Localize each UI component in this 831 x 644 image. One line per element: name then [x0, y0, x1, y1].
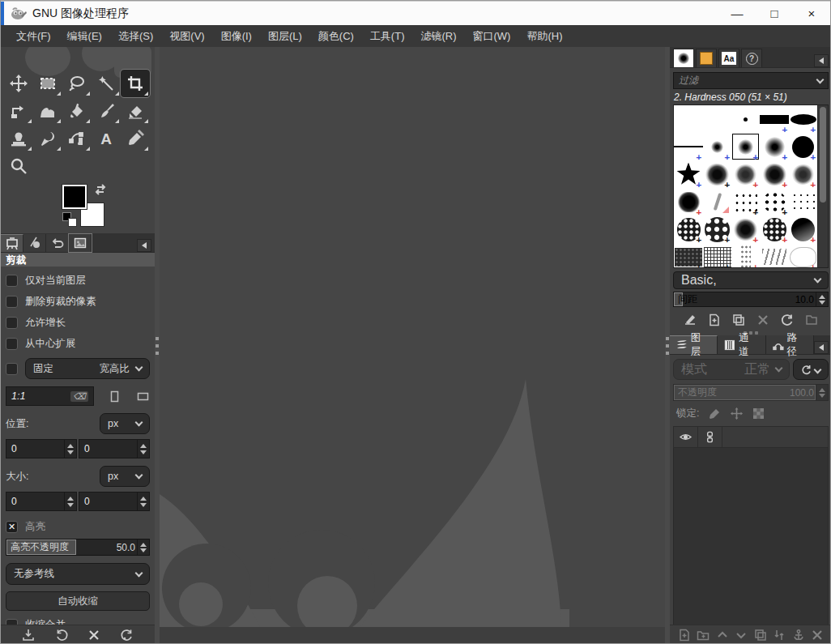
edit-brush-button[interactable] [684, 313, 697, 326]
spin-down-icon[interactable] [140, 548, 147, 552]
menu-layer[interactable]: 图层(L) [261, 26, 309, 47]
spin-up-icon[interactable] [67, 497, 74, 501]
new-brush-button[interactable] [708, 313, 721, 326]
brush-item[interactable]: + [674, 160, 703, 188]
move-tool-button[interactable] [4, 70, 33, 97]
option-delete-cropped-pixels[interactable]: 删除剪裁的像素 [6, 295, 150, 309]
tab-help[interactable]: ? [741, 49, 762, 67]
spacing-slider[interactable]: 间距 10.0 [673, 292, 829, 307]
brush-item[interactable]: + [731, 133, 760, 160]
portrait-orientation-button[interactable] [108, 388, 122, 404]
option-allow-growing[interactable]: 允许增长 [6, 316, 150, 330]
brush-item[interactable]: + [760, 105, 789, 133]
checkbox-checked[interactable]: ✕ [6, 521, 18, 533]
landscape-orientation-button[interactable] [135, 388, 150, 404]
brush-item[interactable]: + [789, 215, 817, 243]
checkbox[interactable] [6, 363, 18, 375]
spin-up-icon[interactable] [140, 497, 147, 501]
position-unit-dropdown[interactable]: px [100, 413, 150, 434]
option-highlight[interactable]: ✕ 高亮 [6, 520, 150, 534]
layer-dock-menu-button[interactable] [814, 341, 829, 354]
brush-item[interactable]: + [731, 188, 760, 215]
scrollbar-thumb[interactable] [820, 107, 826, 203]
brush-item[interactable] [731, 105, 760, 133]
color-picker-tool-button[interactable] [121, 125, 150, 152]
spin-down-icon[interactable] [67, 503, 74, 507]
tab-brushes[interactable] [673, 49, 694, 67]
guides-dropdown[interactable]: 无参考线 [6, 563, 150, 585]
size-unit-dropdown[interactable]: px [100, 466, 150, 487]
brush-item[interactable]: + [789, 243, 817, 267]
spin-up-icon[interactable] [67, 444, 74, 448]
duplicate-brush-button[interactable] [732, 313, 745, 326]
fuzzy-select-tool-button[interactable] [92, 70, 121, 97]
brush-item[interactable]: + [789, 133, 817, 160]
menu-colors[interactable]: 颜色(C) [311, 26, 361, 47]
paths-tool-button[interactable] [62, 125, 92, 152]
brush-item[interactable] [703, 188, 731, 215]
menu-edit[interactable]: 编辑(E) [60, 26, 109, 47]
tab-patterns[interactable] [696, 49, 717, 67]
transform-tool-button[interactable] [4, 97, 33, 125]
splitter-grip[interactable] [666, 337, 669, 358]
maximize-button[interactable]: □ [756, 2, 793, 25]
brush-item[interactable]: + [703, 133, 731, 160]
spin-up-icon[interactable] [140, 543, 147, 547]
menu-select[interactable]: 选择(S) [111, 26, 160, 47]
brush-item[interactable]: + [703, 215, 731, 243]
reset-tool-options-button[interactable] [121, 629, 134, 642]
brush-item[interactable]: + [760, 160, 789, 188]
tab-layers[interactable]: 图层 [670, 335, 718, 354]
brush-dock-menu-button[interactable] [814, 54, 829, 67]
menu-windows[interactable]: 窗口(W) [466, 26, 518, 47]
spin-down-icon[interactable] [819, 301, 825, 305]
brush-item[interactable]: + [703, 160, 731, 188]
crop-tool-button[interactable] [121, 70, 150, 97]
brush-item[interactable]: + [674, 133, 703, 160]
paintbrush-tool-button[interactable] [92, 97, 121, 125]
tab-tool-options[interactable] [1, 234, 23, 252]
position-x-spinner[interactable]: 0 [6, 439, 77, 458]
highlight-opacity-slider[interactable]: 高亮不透明度 50.0 [6, 539, 150, 556]
tab-fonts[interactable]: Aa [718, 49, 739, 67]
left-dock-menu-button[interactable] [137, 239, 151, 252]
auto-shrink-button[interactable]: 自动收缩 [6, 591, 150, 611]
aspect-ratio-input[interactable]: 1:1 ⌫ [6, 386, 94, 406]
fixed-aspect-dropdown[interactable]: 固定 宽高比 [25, 358, 150, 379]
rectangle-select-tool-button[interactable] [33, 70, 62, 97]
brush-item[interactable]: + [703, 243, 731, 267]
spin-down-icon[interactable] [67, 450, 74, 454]
checkbox[interactable] [6, 317, 18, 329]
zoom-tool-button[interactable] [4, 152, 33, 180]
eraser-tool-button[interactable] [121, 97, 150, 125]
spin-up-icon[interactable] [819, 295, 825, 299]
splitter-grip[interactable] [156, 337, 159, 358]
text-tool-button[interactable]: A [92, 125, 121, 152]
brush-filter-input[interactable]: 过滤 [673, 72, 829, 89]
brush-scrollbar[interactable] [817, 105, 828, 267]
restore-tool-preset-button[interactable] [55, 629, 68, 642]
tab-undo-history[interactable] [46, 234, 69, 252]
size-width-spinner[interactable]: 0 [6, 492, 77, 511]
layer-list-empty[interactable] [673, 448, 829, 644]
delete-tool-preset-button[interactable] [87, 629, 100, 642]
menu-tools[interactable]: 工具(T) [363, 26, 412, 47]
brush-group-dropdown[interactable]: Basic, [673, 271, 829, 289]
tab-image-thumbnail[interactable] [69, 234, 92, 252]
brush-item[interactable] [703, 105, 731, 133]
size-height-spinner[interactable]: 0 [79, 492, 150, 511]
spin-up-icon[interactable] [140, 444, 147, 448]
position-y-spinner[interactable]: 0 [79, 439, 150, 458]
brush-item[interactable]: + [731, 215, 760, 243]
spin-down-icon[interactable] [140, 450, 147, 454]
menu-image[interactable]: 图像(I) [214, 26, 259, 47]
option-expand-from-center[interactable]: 从中心扩展 [6, 337, 150, 351]
mode-group-button[interactable] [793, 359, 829, 380]
brush-item[interactable]: + [674, 243, 703, 267]
spin-down-icon[interactable] [140, 503, 147, 507]
brush-item[interactable] [760, 243, 789, 267]
swap-colors-icon[interactable] [95, 183, 108, 196]
foreground-color-swatch[interactable] [62, 185, 87, 209]
close-button[interactable]: × [793, 2, 830, 25]
default-colors-icon[interactable] [62, 212, 77, 227]
